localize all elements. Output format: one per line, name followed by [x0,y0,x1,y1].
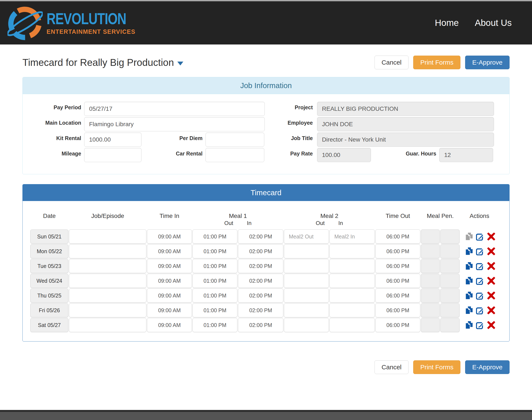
meal1-out-input[interactable] [193,318,237,332]
job-information-body: Pay Period Main Location Kit Rental Per … [23,94,509,174]
meal-pen-1 [421,274,440,288]
time-in-input[interactable] [147,259,192,273]
nav-link-home[interactable]: Home [435,18,459,28]
copy-icon[interactable] [465,291,473,300]
col-meal2-out: Out [316,220,325,226]
meal1-out-input[interactable] [193,274,237,288]
print-forms-button[interactable]: Print Forms [413,56,461,69]
job-episode-input[interactable] [69,303,146,317]
brand-logo[interactable]: REVOLUTION ENTERTAINMENT SERVICES [7,5,146,41]
time-in-input[interactable] [147,244,192,258]
e-approve-button-bottom[interactable]: E-Approve [465,360,510,374]
meal1-in-input[interactable] [238,259,283,273]
job-episode-input[interactable] [69,259,146,273]
job-episode-input[interactable] [69,288,146,303]
time-in-input[interactable] [147,274,192,288]
meal1-out-input[interactable] [193,259,237,273]
edit-icon[interactable] [476,291,484,300]
meal2-out-input[interactable] [284,229,329,244]
meal1-out-input[interactable] [193,303,237,317]
edit-icon[interactable] [476,277,484,285]
per-diem-input[interactable] [206,133,264,147]
col-meal2: Meal 2 Out In [284,207,375,226]
edit-icon[interactable] [476,306,484,314]
time-out-input[interactable] [375,244,420,258]
chevron-down-icon[interactable] [177,61,183,65]
meal1-in-input[interactable] [238,288,283,303]
meal2-in-input[interactable] [329,274,375,288]
print-forms-button-bottom[interactable]: Print Forms [413,360,461,374]
time-in-input[interactable] [147,318,192,332]
meal2-out-input[interactable] [284,244,329,258]
meal2-out-input[interactable] [284,274,329,288]
delete-icon[interactable] [487,321,495,329]
meal1-in-input[interactable] [238,244,283,258]
meal2-out-input[interactable] [284,303,329,317]
time-out-input[interactable] [375,259,420,273]
time-in-input[interactable] [147,303,192,317]
cancel-button-bottom[interactable]: Cancel [375,360,408,374]
meal2-in-input[interactable] [329,303,375,317]
e-approve-button[interactable]: E-Approve [465,56,510,69]
time-out-input[interactable] [375,303,420,317]
edit-icon[interactable] [476,232,484,240]
delete-icon[interactable] [487,291,495,300]
col-meal1: Meal 1 Out In [193,207,283,226]
job-episode-input[interactable] [69,229,146,244]
meal2-out-input[interactable] [284,318,329,332]
copy-icon[interactable] [465,306,473,314]
meal1-in-input[interactable] [238,318,283,332]
delete-icon[interactable] [487,247,495,255]
meal-pen-2 [440,288,460,303]
kit-rental-input[interactable] [84,133,141,147]
meal1-out-input[interactable] [193,244,237,258]
col-meal1-out: Out [224,220,233,226]
meal1-out-input[interactable] [193,229,237,244]
nav-link-about[interactable]: About Us [475,18,512,28]
col-meal1-in: In [247,220,252,226]
meal2-in-input[interactable] [329,318,375,332]
time-in-input[interactable] [147,229,192,244]
meal1-in-input[interactable] [238,229,283,244]
job-episode-input[interactable] [69,244,146,258]
copy-icon[interactable] [465,262,473,270]
cancel-button[interactable]: Cancel [375,56,408,69]
meal2-out-input[interactable] [284,288,329,303]
meal2-in-input[interactable] [329,229,375,244]
meal2-in-input[interactable] [329,288,375,303]
mileage-input[interactable] [84,148,141,162]
row-actions [460,303,499,317]
delete-icon[interactable] [487,277,495,285]
meal2-out-input[interactable] [284,259,329,273]
guar-hours-field [439,148,493,162]
time-out-input[interactable] [375,229,420,244]
copy-icon[interactable] [465,232,473,240]
delete-icon[interactable] [487,306,495,314]
time-out-input[interactable] [375,318,420,332]
time-in-input[interactable] [147,288,192,303]
car-rental-input[interactable] [206,148,264,162]
time-out-input[interactable] [375,274,420,288]
copy-icon[interactable] [465,321,473,329]
meal1-in-input[interactable] [238,303,283,317]
pay-period-input[interactable] [84,102,265,116]
edit-icon[interactable] [476,262,484,270]
job-episode-input[interactable] [69,274,146,288]
row-actions [460,274,499,288]
delete-icon[interactable] [487,232,495,240]
edit-icon[interactable] [476,247,484,255]
timecard-row: Fri 05/26 [30,303,502,317]
delete-icon[interactable] [487,262,495,270]
timecard-body: Date Job/Episode Time In Meal 1 Out In M… [23,201,509,341]
copy-icon[interactable] [465,247,473,255]
meal2-in-input[interactable] [329,244,375,258]
meal1-out-input[interactable] [193,288,237,303]
job-episode-input[interactable] [69,318,146,332]
copy-icon[interactable] [465,277,473,285]
meal2-in-input[interactable] [329,259,375,273]
edit-icon[interactable] [476,321,484,329]
date-cell: Wed 05/24 [30,274,68,288]
main-location-input[interactable] [84,117,265,131]
time-out-input[interactable] [375,288,420,303]
meal1-in-input[interactable] [238,274,283,288]
